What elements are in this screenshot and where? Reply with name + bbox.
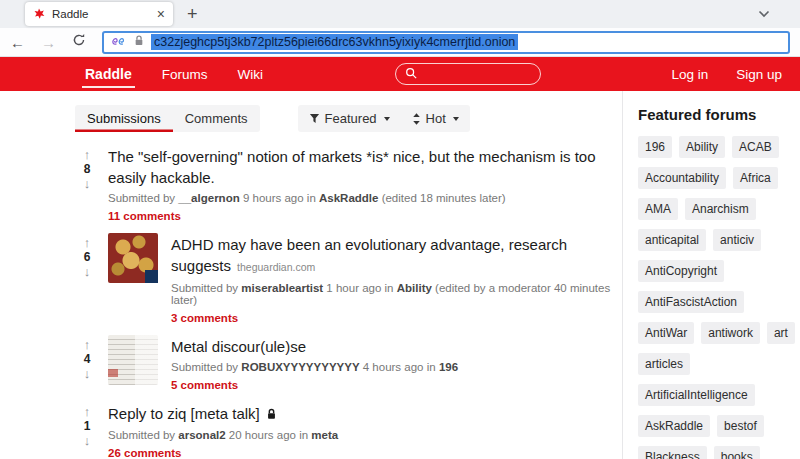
forum-tag[interactable]: books <box>714 446 760 459</box>
vote-score: 6 <box>84 251 91 265</box>
forum-tag[interactable]: Africa <box>733 167 778 189</box>
chevron-down-icon <box>453 117 459 121</box>
meta-in: in <box>385 282 394 294</box>
post-title[interactable]: Metal discour(ule)se <box>171 338 306 355</box>
forum-tag[interactable]: AntiWar <box>638 322 694 344</box>
featured-filter-dropdown[interactable]: Featured <box>298 105 401 132</box>
nav-brand-raddle[interactable]: Raddle <box>85 57 132 91</box>
post-thumbnail[interactable] <box>108 233 158 283</box>
vote-column: ↑ 6 ↓ <box>75 233 99 280</box>
downvote-button[interactable]: ↓ <box>84 434 91 449</box>
upvote-button[interactable]: ↑ <box>84 405 91 420</box>
forum-tag[interactable]: AntiCopyright <box>638 260 724 282</box>
comments-link[interactable]: 11 comments <box>108 210 181 222</box>
meta-user[interactable]: ROBUXYYYYYYYYYY <box>241 361 359 373</box>
upvote-button[interactable]: ↑ <box>84 236 91 251</box>
forum-tag[interactable]: AntiFascistAction <box>638 291 744 313</box>
forum-tag[interactable]: art <box>767 322 795 344</box>
post-thumbnail[interactable] <box>108 335 158 385</box>
forum-tag[interactable]: ArtificialIntelligence <box>638 384 755 406</box>
lock-icon <box>266 406 277 423</box>
meta-forum[interactable]: Ability <box>397 282 432 294</box>
hot-sort-dropdown[interactable]: Hot <box>401 105 470 132</box>
downvote-button[interactable]: ↓ <box>84 367 91 382</box>
upvote-button[interactable]: ↑ <box>84 148 91 163</box>
chevron-down-icon <box>384 117 390 121</box>
content-sidebar-divider <box>622 91 623 459</box>
downvote-button[interactable]: ↓ <box>84 265 91 280</box>
comments-link[interactable]: 3 comments <box>171 312 238 324</box>
forum-tag[interactable]: 196 <box>638 136 672 158</box>
meta-user[interactable]: __algernon <box>178 192 239 204</box>
meta-user[interactable]: miserableartist <box>241 282 323 294</box>
meta-time: 1 hour ago <box>326 282 381 294</box>
forum-tag[interactable]: articles <box>638 353 690 375</box>
padlock-icon[interactable] <box>134 33 144 51</box>
comments-link[interactable]: 5 comments <box>171 379 238 391</box>
forum-tag[interactable]: anticiv <box>713 229 761 251</box>
forum-tag[interactable]: Anarchism <box>685 198 756 220</box>
nav-link-wiki[interactable]: Wiki <box>237 67 263 82</box>
meta-in: in <box>307 192 316 204</box>
meta-in: in <box>299 429 308 441</box>
tab-comments[interactable]: Comments <box>173 105 260 132</box>
raddle-favicon-icon <box>33 8 45 20</box>
tab-strip: Raddle × + <box>0 0 800 28</box>
meta-edited: (edited 18 minutes later) <box>382 192 506 204</box>
forum-tag[interactable]: AskRaddle <box>638 415 710 437</box>
browser-tab[interactable]: Raddle × <box>25 2 173 26</box>
nav-link-forums[interactable]: Forums <box>162 67 208 82</box>
vote-column: ↑ 1 ↓ <box>75 402 99 449</box>
url-bar[interactable]: c32zjeghcp5tj3kb72pltz56piei66drc63vkhn5… <box>102 31 790 54</box>
forum-tag[interactable]: AMA <box>638 198 678 220</box>
address-toolbar: ← → c32zjeghcp5tj3kb72pltz56piei66drc63v… <box>0 28 800 57</box>
back-button[interactable]: ← <box>10 35 25 50</box>
post-title[interactable]: ADHD may have been an evolutionary advan… <box>171 236 567 274</box>
post-body: The "self-governing" notion of markets *… <box>108 145 608 224</box>
sidebar-heading: Featured forums <box>638 106 796 123</box>
content-tabs: Submissions Comments <box>75 105 260 132</box>
post-row: ↑ 1 ↓ Reply to ziq [meta talk] Submitted… <box>75 402 620 459</box>
url-text-selected[interactable]: c32zjeghcp5tj3kb72pltz56piei66drc63vkhn5… <box>151 34 518 50</box>
upvote-button[interactable]: ↑ <box>84 338 91 353</box>
filter-buttons: Featured Hot <box>298 105 470 132</box>
post-body: Reply to ziq [meta talk] Submitted by ar… <box>108 402 608 459</box>
post-meta: Submitted by miserableartist 1 hour ago … <box>171 282 620 306</box>
new-tab-button[interactable]: + <box>187 5 198 23</box>
forum-tag[interactable]: Accountability <box>638 167 726 189</box>
tab-submissions[interactable]: Submissions <box>75 105 173 132</box>
meta-user[interactable]: arsonal2 <box>178 429 225 441</box>
forum-tag[interactable]: Ability <box>679 136 725 158</box>
page-body: Submissions Comments Featured Hot <box>0 91 800 459</box>
search-input[interactable] <box>395 63 541 85</box>
post-row: ↑ 6 ↓ ADHD may have been an evolutionary… <box>75 233 620 326</box>
downvote-button[interactable]: ↓ <box>84 177 91 192</box>
meta-submitted: Submitted by <box>171 282 238 294</box>
forum-tag[interactable]: bestof <box>717 415 764 437</box>
login-link[interactable]: Log in <box>671 67 708 82</box>
tor-circuit-icon[interactable] <box>110 33 127 51</box>
vote-column: ↑ 8 ↓ <box>75 145 99 192</box>
signup-link[interactable]: Sign up <box>736 67 782 82</box>
list-tabs-chevron-icon[interactable] <box>758 10 770 18</box>
forum-tag[interactable]: ACAB <box>732 136 779 158</box>
meta-time: 4 hours ago <box>363 361 424 373</box>
comments-link[interactable]: 26 comments <box>108 447 182 459</box>
post-meta: Submitted by ROBUXYYYYYYYYYY 4 hours ago… <box>171 361 620 373</box>
forum-tag[interactable]: antiwork <box>701 322 760 344</box>
meta-forum[interactable]: AskRaddle <box>319 192 378 204</box>
forum-tag[interactable]: anticapital <box>638 229 706 251</box>
vote-score: 8 <box>84 163 91 177</box>
forum-tag[interactable]: Blackness <box>638 446 707 459</box>
sort-arrows-icon <box>412 113 421 125</box>
post-row: ↑ 8 ↓ The "self-governing" notion of mar… <box>75 145 620 224</box>
meta-forum[interactable]: meta <box>311 429 338 441</box>
meta-forum[interactable]: 196 <box>439 361 458 373</box>
post-body: ADHD may have been an evolutionary advan… <box>171 233 620 326</box>
post-title[interactable]: Reply to ziq [meta talk] <box>108 405 260 422</box>
post-title[interactable]: The "self-governing" notion of markets *… <box>108 148 596 186</box>
meta-in: in <box>427 361 436 373</box>
tab-close-icon[interactable]: × <box>157 7 165 21</box>
reload-button[interactable] <box>72 33 86 51</box>
auth-links: Log in Sign up <box>671 67 782 82</box>
